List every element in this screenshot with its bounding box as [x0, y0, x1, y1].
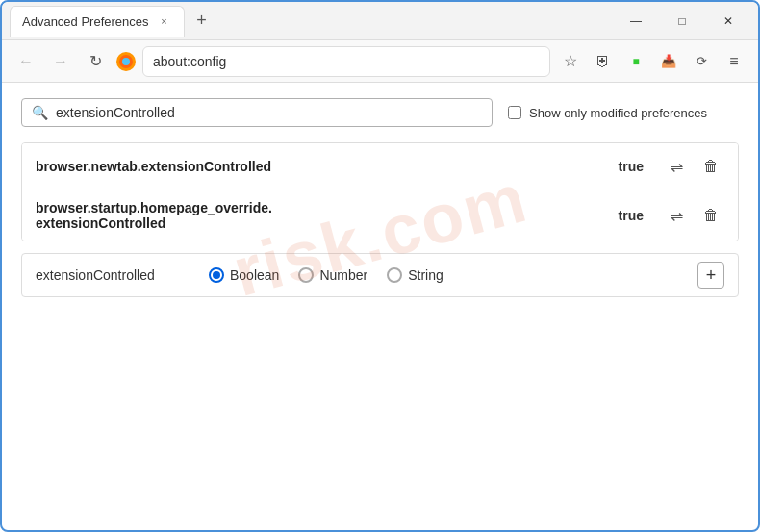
radio-boolean[interactable]: Boolean	[209, 267, 279, 283]
search-box[interactable]: 🔍 extensionControlled	[21, 98, 493, 127]
radio-string-circle	[387, 267, 402, 283]
firefox-logo	[115, 51, 137, 72]
pref-value-2: true	[619, 208, 644, 223]
delete-button-1[interactable]: 🗑	[697, 153, 724, 180]
add-pref-row: extensionControlled Boolean Number Strin…	[21, 253, 739, 297]
active-tab[interactable]: Advanced Preferences ×	[10, 6, 185, 37]
table-row: browser.startup.homepage_override. exten…	[22, 190, 738, 241]
checkbox-row: Show only modified preferences	[508, 106, 707, 120]
delete-button-2[interactable]: 🗑	[697, 202, 724, 229]
address-bar[interactable]: about:config	[142, 46, 550, 77]
close-button[interactable]: ✕	[706, 6, 750, 37]
type-radio-group: Boolean Number String	[209, 267, 678, 283]
radio-number[interactable]: Number	[298, 267, 367, 283]
pref-name-1: browser.newtab.extensionControlled	[36, 159, 619, 174]
table-row: browser.newtab.extensionControlled true …	[22, 143, 738, 190]
radio-number-label: Number	[319, 267, 367, 283]
radio-string-label: String	[408, 267, 443, 283]
sync-icon[interactable]: ⟳	[687, 47, 716, 76]
nav-actions: ☆ ⛨ ■ 📥 ⟳ ≡	[556, 47, 748, 76]
radio-string[interactable]: String	[387, 267, 443, 283]
toggle-button-1[interactable]: ⇌	[663, 153, 690, 180]
content-area: 🔍 extensionControlled Show only modified…	[2, 83, 758, 313]
search-input[interactable]: extensionControlled	[56, 105, 482, 120]
pref-value-1: true	[619, 159, 644, 174]
forward-button[interactable]: →	[46, 47, 75, 76]
radio-boolean-circle	[209, 267, 224, 283]
row-actions-2: ⇌ 🗑	[663, 202, 724, 229]
title-bar: Advanced Preferences × + — □ ✕	[2, 2, 758, 40]
address-text: about:config	[153, 54, 226, 69]
nav-bar: ← → ↻ about:config ☆ ⛨ ■ 📥 ⟳ ≡	[2, 40, 758, 83]
results-table: browser.newtab.extensionControlled true …	[21, 142, 739, 241]
tab-title: Advanced Preferences	[22, 14, 149, 29]
reload-button[interactable]: ↻	[81, 47, 110, 76]
back-button[interactable]: ←	[12, 47, 40, 76]
pref-name-2: browser.startup.homepage_override. exten…	[36, 200, 619, 231]
extension-icon[interactable]: ■	[621, 47, 650, 76]
download-icon[interactable]: 📥	[654, 47, 683, 76]
minimize-button[interactable]: —	[614, 6, 658, 37]
new-tab-button[interactable]: +	[189, 8, 215, 35]
new-pref-name: extensionControlled	[36, 267, 190, 283]
radio-number-circle	[298, 267, 314, 283]
window-controls: — □ ✕	[614, 6, 750, 37]
modified-only-checkbox[interactable]	[508, 106, 521, 119]
menu-icon[interactable]: ≡	[720, 47, 748, 76]
checkbox-label: Show only modified preferences	[529, 106, 707, 120]
search-icon: 🔍	[32, 105, 48, 120]
shield-icon[interactable]: ⛨	[589, 47, 618, 76]
search-row: 🔍 extensionControlled Show only modified…	[21, 98, 739, 127]
row-actions-1: ⇌ 🗑	[663, 153, 724, 180]
toggle-button-2[interactable]: ⇌	[663, 202, 690, 229]
tab-close-button[interactable]: ×	[157, 13, 172, 29]
add-pref-button[interactable]: +	[697, 262, 724, 289]
bookmark-icon[interactable]: ☆	[556, 47, 585, 76]
svg-point-2	[122, 58, 130, 65]
radio-boolean-label: Boolean	[230, 267, 279, 283]
maximize-button[interactable]: □	[660, 6, 704, 37]
